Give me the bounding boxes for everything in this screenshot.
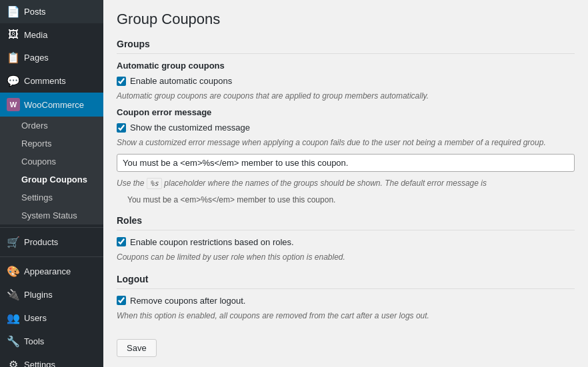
auto-coupons-checkbox-row: Enable automatic coupons xyxy=(117,76,575,86)
auto-coupons-checkbox[interactable] xyxy=(117,77,126,86)
logout-section: Logout Remove coupons after logout. When… xyxy=(117,274,575,322)
sidebar-item-label: WooCommerce xyxy=(24,100,84,110)
placeholder-code: %s xyxy=(147,178,162,189)
roles-checkbox-row: Enable coupon restrictions based on role… xyxy=(117,237,575,247)
sidebar-item-tools[interactable]: 🔧 Tools xyxy=(0,330,103,353)
sidebar-item-label: Posts xyxy=(24,7,46,17)
sidebar-item-products[interactable]: 🛒 Products xyxy=(0,230,103,254)
placeholder-description: Use the %s placeholder where the names o… xyxy=(117,177,575,190)
sidebar-item-settings[interactable]: ⚙ Settings xyxy=(0,353,103,367)
sub-coupons[interactable]: Coupons xyxy=(0,153,103,171)
error-msg-description: Show a customized error message when app… xyxy=(117,137,575,149)
media-icon: 🖼 xyxy=(7,29,20,41)
users-icon: 👥 xyxy=(7,312,20,324)
sidebar-item-plugins[interactable]: 🔌 Plugins xyxy=(0,283,103,306)
roles-label: Enable coupon restrictions based on role… xyxy=(130,237,294,247)
sidebar-item-media[interactable]: 🖼 Media xyxy=(0,23,103,46)
show-custom-msg-label: Show the customized message xyxy=(130,123,250,133)
logout-section-title: Logout xyxy=(117,274,575,289)
show-custom-msg-checkbox[interactable] xyxy=(117,123,126,133)
plugins-icon: 🔌 xyxy=(7,288,20,301)
sub-settings[interactable]: Settings xyxy=(0,188,103,206)
woo-submenu: Orders Reports Coupons Group Coupons Set… xyxy=(0,117,103,224)
sidebar-item-comments[interactable]: 💬 Comments xyxy=(0,69,103,93)
appearance-icon: 🎨 xyxy=(7,265,20,278)
logout-checkbox-row: Remove coupons after logout. xyxy=(117,296,575,306)
sidebar-item-label: Pages xyxy=(24,53,49,63)
sidebar-item-posts[interactable]: 📄 Posts xyxy=(0,0,103,23)
sidebar-item-label: Media xyxy=(24,30,47,40)
sidebar-item-label: Tools xyxy=(24,336,44,346)
sidebar-item-label: Products xyxy=(24,237,58,247)
roles-checkbox[interactable] xyxy=(117,237,126,246)
tools-icon: 🔧 xyxy=(7,335,20,348)
main-content: Group Coupons Groups Automatic group cou… xyxy=(103,0,588,367)
error-msg-subtitle: Coupon error message xyxy=(117,107,575,117)
show-custom-msg-checkbox-row: Show the customized message xyxy=(117,123,575,133)
pages-icon: 📋 xyxy=(7,51,20,64)
groups-section: Groups Automatic group coupons Enable au… xyxy=(117,39,575,204)
page-title: Group Coupons xyxy=(117,11,575,28)
comments-icon: 💬 xyxy=(7,75,20,87)
groups-section-title: Groups xyxy=(117,39,575,54)
posts-icon: 📄 xyxy=(7,5,20,18)
sidebar-item-label: Plugins xyxy=(24,290,53,300)
sub-reports[interactable]: Reports xyxy=(0,135,103,153)
sidebar-item-label: Comments xyxy=(24,76,66,86)
sidebar-item-users[interactable]: 👥 Users xyxy=(0,306,103,330)
products-icon: 🛒 xyxy=(7,236,20,248)
sidebar-item-pages[interactable]: 📋 Pages xyxy=(0,46,103,69)
sidebar: 📄 Posts 🖼 Media 📋 Pages 💬 Comments W Woo… xyxy=(0,0,103,367)
placeholder-desc-suffix: placeholder where the names of the group… xyxy=(164,179,487,188)
settings-icon: ⚙ xyxy=(7,358,20,367)
auto-coupons-description: Automatic group coupons are coupons that… xyxy=(117,90,575,102)
roles-section: Roles Enable coupon restrictions based o… xyxy=(117,215,575,263)
sidebar-item-woocommerce[interactable]: W WooCommerce xyxy=(0,93,103,117)
sidebar-item-label: Appearance xyxy=(24,266,71,276)
roles-description: Coupons can be limited by user role when… xyxy=(117,251,575,263)
sidebar-item-label: Settings xyxy=(24,360,55,367)
default-message: You must be a <em>%s</em> member to use … xyxy=(117,195,575,204)
sidebar-item-appearance[interactable]: 🎨 Appearance xyxy=(0,260,103,283)
roles-section-title: Roles xyxy=(117,215,575,230)
sub-system-status[interactable]: System Status xyxy=(0,206,103,224)
woo-icon: W xyxy=(7,98,20,111)
sub-orders[interactable]: Orders xyxy=(0,117,103,135)
auto-coupons-subtitle: Automatic group coupons xyxy=(117,61,575,71)
save-button[interactable]: Save xyxy=(117,339,157,357)
error-msg-input[interactable] xyxy=(117,154,575,172)
logout-label: Remove coupons after logout. xyxy=(130,296,245,306)
sub-group-coupons[interactable]: Group Coupons xyxy=(0,171,103,188)
auto-coupons-label: Enable automatic coupons xyxy=(130,76,232,86)
logout-description: When this option is enabled, all coupons… xyxy=(117,310,575,322)
sidebar-item-label: Users xyxy=(24,313,47,323)
placeholder-desc-prefix: Use the xyxy=(117,179,144,188)
logout-checkbox[interactable] xyxy=(117,296,126,305)
